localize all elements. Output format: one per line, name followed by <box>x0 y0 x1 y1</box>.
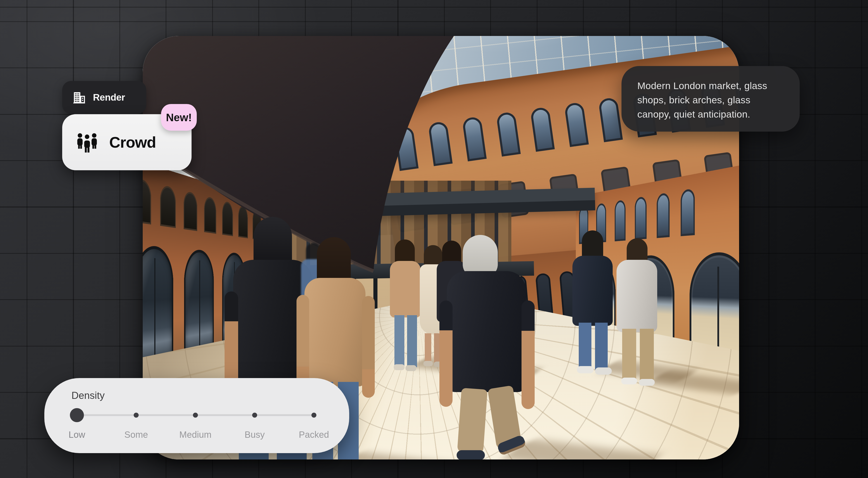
prompt-text: Modern London market, glass shops, brick… <box>637 79 784 121</box>
density-option-low[interactable]: Low <box>68 429 85 440</box>
render-chip[interactable]: Render <box>62 81 146 114</box>
new-badge: New! <box>161 104 197 131</box>
density-option-busy[interactable]: Busy <box>245 429 265 440</box>
people-icon <box>75 132 99 153</box>
app-canvas: Render Crowd New! Modern London market, … <box>0 0 868 478</box>
density-option-some[interactable]: Some <box>124 429 148 440</box>
person-figure <box>572 230 615 377</box>
density-option-packed[interactable]: Packed <box>299 429 329 440</box>
person-figure <box>615 238 661 388</box>
density-panel: Density Low Some Medium Busy Packed <box>44 378 349 453</box>
slider-stop-some[interactable] <box>134 413 138 418</box>
slider-stop-medium[interactable] <box>193 413 198 418</box>
person-figure <box>443 235 534 459</box>
slider-stop-busy[interactable] <box>252 413 257 418</box>
prompt-caption[interactable]: Modern London market, glass shops, brick… <box>621 66 800 132</box>
density-option-medium[interactable]: Medium <box>179 429 212 440</box>
render-chip-label: Render <box>93 92 125 103</box>
density-slider[interactable]: Low Some Medium Busy Packed <box>44 378 349 453</box>
slider-thumb[interactable] <box>70 408 84 422</box>
building-icon <box>72 90 86 104</box>
crowd-chip-label: Crowd <box>109 133 156 151</box>
slider-stop-packed[interactable] <box>311 413 316 418</box>
